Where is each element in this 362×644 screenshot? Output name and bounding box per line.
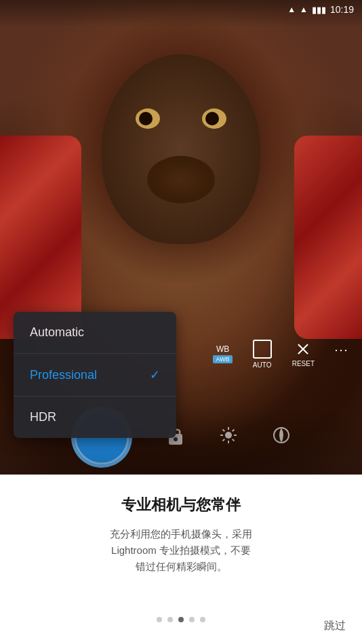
checkmark-icon: ✓ xyxy=(150,367,160,382)
dropdown-menu: Automatic Professional ✓ HDR xyxy=(14,312,176,438)
info-title: 专业相机与您常伴 xyxy=(121,495,241,515)
reset-control[interactable]: RESET xyxy=(292,341,315,367)
dot-4 xyxy=(189,617,195,622)
dog-eye-left xyxy=(136,108,160,129)
wifi-icon: ▲ xyxy=(300,5,308,14)
pagination-dots xyxy=(157,617,205,622)
status-time: 10:19 xyxy=(330,4,354,15)
battery-icon: ▮▮▮ xyxy=(312,5,326,15)
wb-badge: AWB xyxy=(213,355,232,363)
dog-snout xyxy=(147,156,215,203)
dog-head xyxy=(102,54,260,244)
menu-item-hdr-label: HDR xyxy=(30,410,56,424)
wb-label: WB xyxy=(216,344,229,354)
bracket-icon xyxy=(253,340,272,359)
dog-eye-right xyxy=(202,108,226,129)
dot-2 xyxy=(167,617,173,622)
status-bar: ▲ ▲ ▮▮▮ 10:19 xyxy=(0,0,362,19)
auto-label: AUTO xyxy=(253,361,272,369)
close-icon xyxy=(295,341,311,357)
info-description: 充分利用您的手机摄像头，采用Lightroom 专业拍摄模式，不要错过任何精彩瞬… xyxy=(110,526,252,575)
menu-item-professional[interactable]: Professional ✓ xyxy=(14,354,176,397)
auto-control[interactable]: AUTO xyxy=(253,340,272,369)
signal-icon: ▲ xyxy=(287,5,296,14)
menu-item-automatic[interactable]: Automatic xyxy=(14,312,176,354)
status-icons: ▲ ▲ ▮▮▮ 10:19 xyxy=(287,4,354,15)
dot-5 xyxy=(200,617,205,622)
menu-item-hdr[interactable]: HDR xyxy=(14,397,176,438)
bottom-section: 专业相机与您常伴 充分利用您的手机摄像头，采用Lightroom 专业拍摄模式，… xyxy=(0,475,362,644)
dot-3 xyxy=(178,617,184,622)
dog-face xyxy=(88,54,274,285)
more-options-icon[interactable]: ⋮ xyxy=(335,344,348,359)
wb-control[interactable]: WB AWB xyxy=(213,344,232,363)
menu-item-automatic-label: Automatic xyxy=(30,325,84,340)
shirt-left xyxy=(0,136,81,339)
reset-label: RESET xyxy=(292,360,315,367)
menu-item-professional-label: Professional xyxy=(30,368,97,382)
dot-1 xyxy=(157,617,162,622)
skip-button[interactable]: 跳过 xyxy=(324,619,346,633)
shirt-right xyxy=(294,136,362,339)
